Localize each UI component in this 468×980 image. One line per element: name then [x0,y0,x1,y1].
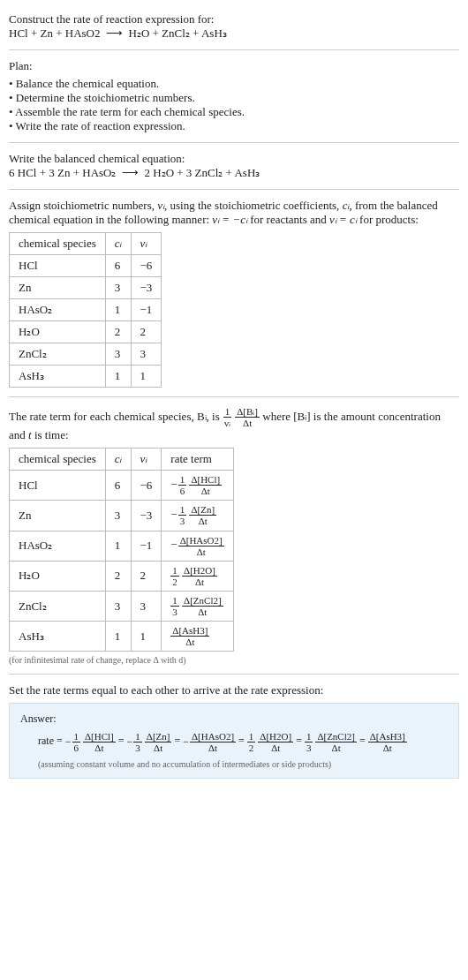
col-ci: cᵢ [105,233,131,255]
stoich-table: chemical species cᵢ νᵢ HCl6−6 Zn3−3 HAsO… [9,232,162,388]
plan-title: Plan: [9,59,459,73]
col-nui: νᵢ [131,449,162,471]
table-row: HAsO₂1−1−Δ[HAsO2]Δt [10,531,234,561]
col-species: chemical species [10,233,106,255]
rate-term-cell: −Δ[HAsO2]Δt [162,531,233,561]
fraction: 16 [178,474,187,496]
fraction: Δ[ZnCl2]Δt [315,731,357,753]
rate-coef-frac: 1νᵢ [223,406,232,428]
intro-rhs: H₂O + ZnCl₂ + AsH₃ [129,26,227,40]
minus-sign: − [170,478,177,491]
plan-item: Assemble the rate term for each chemical… [9,105,459,119]
table-row: AsH₃11Δ[AsH3]Δt [10,622,234,652]
rate-table: chemical species cᵢ νᵢ rate term HCl6−6−… [9,448,234,652]
intro-equation: HCl + Zn + HAsO2 ⟶ H₂O + ZnCl₂ + AsH₃ [9,26,459,41]
balanced-title: Write the balanced chemical equation: [9,152,459,166]
final-section: Set the rate terms equal to each other t… [9,678,459,783]
minus-sign: − [127,735,133,748]
rateterm-section: The rate term for each chemical species,… [9,401,459,670]
table-row: HAsO₂1−1 [10,299,162,321]
fraction: Δ[HAsO2]Δt [190,731,236,753]
equals-sign: = [116,735,127,748]
balanced-lhs: 6 HCl + 3 Zn + HAsO₂ [9,166,117,179]
divider [9,396,459,397]
balanced-equation: 6 HCl + 3 Zn + HAsO₂ ⟶ 2 H₂O + 3 ZnCl₂ +… [9,166,459,180]
table-header-row: chemical species cᵢ νᵢ rate term [10,449,234,471]
answer-equation: rate = −16 Δ[HCl]Δt = −13 Δ[Zn]Δt = −Δ[H… [20,731,448,753]
equals-sign: = [171,735,183,748]
fraction: Δ[Zn]Δt [145,731,172,753]
divider [9,49,459,50]
divider [9,142,459,143]
fraction: Δ[H2O]Δt [258,731,293,753]
equals-sign: = [236,735,247,748]
table-row: H₂O2212 Δ[H2O]Δt [10,561,234,591]
minus-sign: − [183,735,189,748]
fraction: Δ[AsH3]Δt [368,731,407,753]
divider [9,189,459,190]
table-row: AsH₃11 [10,366,162,388]
rate-term-cell: −16 Δ[HCl]Δt [162,471,233,501]
plan-item: Balance the chemical equation. [9,77,459,91]
answer-label: Answer: [20,712,448,726]
fraction: Δ[HCl]Δt [83,731,116,753]
rate-term-cell: Δ[AsH3]Δt [162,622,233,652]
fraction: 13 [133,731,142,753]
fraction: Δ[HCl]Δt [189,474,222,496]
fraction: 12 [247,731,256,753]
stoich-paragraph: Assign stoichiometric numbers, νᵢ, using… [9,199,459,227]
nu-i: νᵢ [157,199,164,212]
table-row: HCl6−6−16 Δ[HCl]Δt [10,471,234,501]
plan-section: Plan: Balance the chemical equation. Det… [9,54,459,139]
fraction: Δ[AsH3]Δt [170,625,209,647]
table-row: Zn3−3−13 Δ[Zn]Δt [10,501,234,531]
answer-assumption: (assuming constant volume and no accumul… [20,759,448,769]
stoich-section: Assign stoichiometric numbers, νᵢ, using… [9,193,459,393]
plan-item: Determine the stoichiometric numbers. [9,91,459,105]
plan-item: Write the rate of reaction expression. [9,119,459,133]
col-nui: νᵢ [131,233,162,255]
rateterm-paragraph: The rate term for each chemical species,… [9,406,459,442]
final-text: Set the rate terms equal to each other t… [9,683,459,697]
table-row: Zn3−3 [10,277,162,299]
fraction: 16 [72,731,81,753]
table-row: ZnCl₂3313 Δ[ZnCl2]Δt [10,591,234,621]
nu-reactants: νᵢ = −cᵢ [212,213,247,226]
intro-section: Construct the rate of reaction expressio… [9,7,459,46]
col-ci: cᵢ [105,449,131,471]
table-header-row: chemical species cᵢ νᵢ [10,233,162,255]
rate-lead: rate = [38,735,65,748]
fraction: Δ[HAsO2]Δt [178,535,224,557]
nu-products: νᵢ = cᵢ [329,213,357,226]
balanced-section: Write the balanced chemical equation: 6 … [9,147,459,185]
rate-term-cell: 12 Δ[H2O]Δt [162,561,233,591]
equals-sign: = [357,735,368,748]
balanced-rhs: 2 H₂O + 3 ZnCl₂ + AsH₃ [145,166,260,179]
col-rateterm: rate term [162,449,233,471]
fraction: 13 [170,595,179,617]
minus-sign: − [170,508,177,521]
fraction: Δ[H2O]Δt [182,565,217,587]
equals-sign: = [293,735,305,748]
minus-sign: − [65,735,72,748]
fraction: 13 [305,731,313,753]
divider [9,674,459,675]
fraction: Δ[ZnCl2]Δt [182,595,223,617]
fraction: Δ[Zn]Δt [189,504,216,526]
arrow-icon: ⟶ [122,166,139,179]
table-row: HCl6−6 [10,255,162,277]
col-species: chemical species [10,449,106,471]
table-row: ZnCl₂33 [10,343,162,366]
rate-term-cell: 13 Δ[ZnCl2]Δt [162,591,233,621]
arrow-icon: ⟶ [106,26,123,40]
rate-term-cell: −13 Δ[Zn]Δt [162,501,233,531]
minus-sign: − [170,538,177,551]
fraction: 13 [178,504,187,526]
rate-delta-frac: Δ[Bᵢ]Δt [235,406,260,428]
fraction: 12 [170,565,179,587]
plan-list: Balance the chemical equation. Determine… [9,77,459,133]
intro-prompt: Construct the rate of reaction expressio… [9,12,459,26]
intro-lhs: HCl + Zn + HAsO2 [9,26,101,40]
footnote: (for infinitesimal rate of change, repla… [9,655,459,665]
answer-box: Answer: rate = −16 Δ[HCl]Δt = −13 Δ[Zn]Δ… [9,703,459,778]
